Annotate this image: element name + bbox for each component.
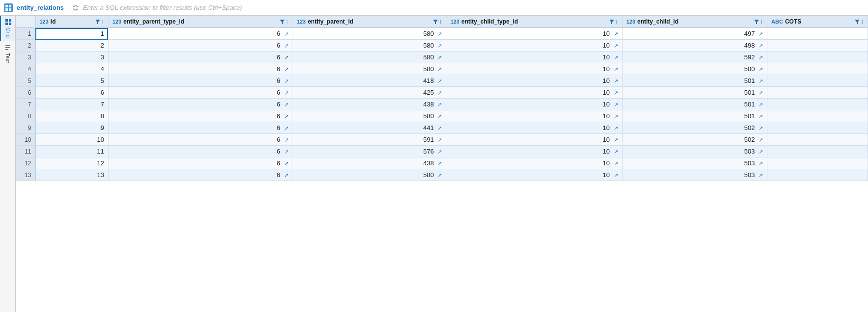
cell-entity-child-type-id[interactable]: 10 ↗ <box>446 28 622 40</box>
filter-btn-cots[interactable]: ↕ <box>854 18 864 25</box>
cell-entity-child-type-id[interactable]: 10 ↗ <box>446 169 622 181</box>
cell-entity-parent-type-id[interactable]: 6 ↗ <box>108 146 293 157</box>
table-wrapper[interactable]: 123 id ↕ 123 <box>16 16 868 312</box>
cell-entity-child-type-id[interactable]: 10 ↗ <box>446 52 622 63</box>
cell-entity-child-type-id[interactable]: 10 ↗ <box>446 157 622 169</box>
filter-btn-ept[interactable]: ↕ <box>279 18 289 25</box>
cell-id[interactable]: 3 <box>35 52 108 63</box>
sidebar-item-text[interactable]: Text <box>0 41 15 66</box>
cell-id[interactable]: 4 <box>35 63 108 75</box>
cell-id[interactable]: 8 <box>35 110 108 122</box>
ext-link-icon[interactable]: ↗ <box>284 78 289 84</box>
cell-entity-parent-type-id[interactable]: 6 ↗ <box>108 52 293 63</box>
ext-link-icon[interactable]: ↗ <box>614 160 618 166</box>
ext-link-icon[interactable]: ↗ <box>284 172 289 178</box>
ext-link-icon[interactable]: ↗ <box>759 149 763 155</box>
ext-link-icon[interactable]: ↗ <box>437 102 442 107</box>
cell-entity-parent-type-id[interactable]: 6 ↗ <box>108 28 293 40</box>
cell-cots[interactable] <box>767 63 868 75</box>
ext-link-icon[interactable]: ↗ <box>437 54 442 60</box>
cell-entity-child-id[interactable]: 502 ↗ <box>622 134 767 146</box>
cell-entity-parent-type-id[interactable]: 6 ↗ <box>108 157 293 169</box>
ext-link-icon[interactable]: ↗ <box>284 137 289 143</box>
col-header-cots[interactable]: ABC COTS ↕ <box>767 16 868 28</box>
ext-link-icon[interactable]: ↗ <box>614 149 618 155</box>
col-header-entity-parent-id[interactable]: 123 entity_parent_id ↕ <box>293 16 446 28</box>
ext-link-icon[interactable]: ↗ <box>759 54 763 60</box>
cell-id[interactable]: 9 <box>35 122 108 134</box>
ext-link-icon[interactable]: ↗ <box>437 137 442 143</box>
ext-link-icon[interactable]: ↗ <box>614 137 618 143</box>
ext-link-icon[interactable]: ↗ <box>759 90 763 96</box>
ext-link-icon[interactable]: ↗ <box>759 137 763 143</box>
cell-entity-parent-id[interactable]: 580 ↗ <box>293 52 446 63</box>
cell-entity-child-type-id[interactable]: 10 ↗ <box>446 40 622 52</box>
ext-link-icon[interactable]: ↗ <box>614 43 618 49</box>
cell-entity-child-type-id[interactable]: 10 ↗ <box>446 87 622 99</box>
ext-link-icon[interactable]: ↗ <box>759 102 763 107</box>
cell-entity-parent-id[interactable]: 438 ↗ <box>293 157 446 169</box>
ext-link-icon[interactable]: ↗ <box>437 113 442 119</box>
filter-btn-ect[interactable]: ↕ <box>608 18 618 25</box>
cell-entity-child-type-id[interactable]: 10 ↗ <box>446 110 622 122</box>
cell-entity-child-id[interactable]: 498 ↗ <box>622 40 767 52</box>
cell-id[interactable]: 1 <box>35 28 108 40</box>
cell-entity-child-type-id[interactable]: 10 ↗ <box>446 75 622 87</box>
cell-cots[interactable] <box>767 134 868 146</box>
cell-entity-child-id[interactable]: 501 ↗ <box>622 87 767 99</box>
cell-cots[interactable] <box>767 157 868 169</box>
ext-link-icon[interactable]: ↗ <box>614 78 618 84</box>
cell-entity-child-type-id[interactable]: 10 ↗ <box>446 146 622 157</box>
cell-entity-parent-id[interactable]: 441 ↗ <box>293 122 446 134</box>
ext-link-icon[interactable]: ↗ <box>284 113 289 119</box>
ext-link-icon[interactable]: ↗ <box>759 160 763 166</box>
ext-link-icon[interactable]: ↗ <box>614 113 618 119</box>
ext-link-icon[interactable]: ↗ <box>284 43 289 49</box>
ext-link-icon[interactable]: ↗ <box>437 172 442 178</box>
cell-entity-child-type-id[interactable]: 10 ↗ <box>446 63 622 75</box>
cell-entity-parent-type-id[interactable]: 6 ↗ <box>108 63 293 75</box>
ext-link-icon[interactable]: ↗ <box>437 90 442 96</box>
cell-entity-child-id[interactable]: 503 ↗ <box>622 146 767 157</box>
cell-id[interactable]: 10 <box>35 134 108 146</box>
cell-entity-parent-id[interactable]: 576 ↗ <box>293 146 446 157</box>
cell-entity-parent-type-id[interactable]: 6 ↗ <box>108 169 293 181</box>
cell-entity-child-id[interactable]: 501 ↗ <box>622 110 767 122</box>
ext-link-icon[interactable]: ↗ <box>437 160 442 166</box>
ext-link-icon[interactable]: ↗ <box>437 78 442 84</box>
cell-id[interactable]: 2 <box>35 40 108 52</box>
ext-link-icon[interactable]: ↗ <box>284 125 289 131</box>
cell-entity-child-id[interactable]: 501 ↗ <box>622 75 767 87</box>
ext-link-icon[interactable]: ↗ <box>759 31 763 37</box>
cell-id[interactable]: 12 <box>35 157 108 169</box>
cell-cots[interactable] <box>767 122 868 134</box>
ext-link-icon[interactable]: ↗ <box>284 102 289 107</box>
cell-id[interactable]: 11 <box>35 146 108 157</box>
ext-link-icon[interactable]: ↗ <box>614 172 618 178</box>
ext-link-icon[interactable]: ↗ <box>759 172 763 178</box>
col-header-id[interactable]: 123 id ↕ <box>35 16 108 28</box>
ext-link-icon[interactable]: ↗ <box>614 66 618 72</box>
cell-entity-child-id[interactable]: 502 ↗ <box>622 122 767 134</box>
cell-id[interactable]: 5 <box>35 75 108 87</box>
ext-link-icon[interactable]: ↗ <box>284 54 289 60</box>
cell-entity-parent-id[interactable]: 425 ↗ <box>293 87 446 99</box>
cell-cots[interactable] <box>767 87 868 99</box>
ext-link-icon[interactable]: ↗ <box>759 125 763 131</box>
cell-entity-child-id[interactable]: 501 ↗ <box>622 99 767 110</box>
cell-entity-child-id[interactable]: 497 ↗ <box>622 28 767 40</box>
cell-entity-child-id[interactable]: 503 ↗ <box>622 157 767 169</box>
cell-entity-parent-id[interactable]: 580 ↗ <box>293 110 446 122</box>
cell-entity-child-id[interactable]: 503 ↗ <box>622 169 767 181</box>
cell-entity-parent-type-id[interactable]: 6 ↗ <box>108 40 293 52</box>
cell-id[interactable]: 7 <box>35 99 108 110</box>
ext-link-icon[interactable]: ↗ <box>614 90 618 96</box>
cell-cots[interactable] <box>767 146 868 157</box>
filter-btn-ec[interactable]: ↕ <box>753 18 763 25</box>
cell-entity-parent-id[interactable]: 438 ↗ <box>293 99 446 110</box>
cell-entity-parent-type-id[interactable]: 6 ↗ <box>108 87 293 99</box>
filter-btn-id[interactable]: ↕ <box>94 18 104 25</box>
cell-entity-parent-type-id[interactable]: 6 ↗ <box>108 75 293 87</box>
ext-link-icon[interactable]: ↗ <box>759 43 763 49</box>
cell-cots[interactable] <box>767 52 868 63</box>
